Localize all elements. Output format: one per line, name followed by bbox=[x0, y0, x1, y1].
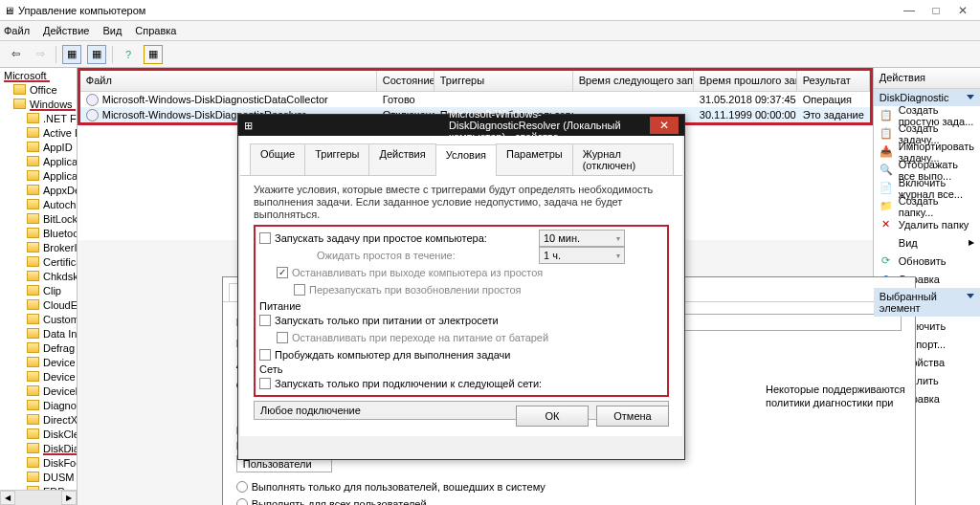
cb-power-stop[interactable] bbox=[277, 332, 288, 343]
folder-icon bbox=[13, 99, 26, 109]
actions-group-1[interactable]: DiskDiagnostic bbox=[874, 89, 980, 106]
dtab-actions[interactable]: Действия bbox=[368, 143, 435, 175]
maximize-button[interactable]: □ bbox=[923, 1, 949, 20]
folder-icon bbox=[27, 385, 39, 396]
dialog-titlebar[interactable]: ⊞Microsoft-Windows-DiskDiagnosticResolve… bbox=[238, 115, 684, 136]
tree-item[interactable]: Defrag bbox=[0, 340, 77, 355]
folder-icon bbox=[27, 342, 39, 353]
folder-icon bbox=[27, 400, 39, 410]
tree-item[interactable]: CertificateServicesClient bbox=[0, 254, 77, 269]
folder-icon bbox=[27, 113, 39, 123]
menu-action[interactable]: Действие bbox=[43, 25, 89, 36]
tree-item[interactable]: DUSM bbox=[0, 470, 77, 484]
tree-item[interactable]: DeviceDirectoryClient bbox=[0, 384, 77, 398]
cb-power-ac[interactable] bbox=[259, 315, 271, 326]
lbl-idle-stop: Останавливать при выходе компьютера из п… bbox=[292, 267, 543, 278]
dtab-journal[interactable]: Журнал (отключен) bbox=[572, 143, 674, 175]
folder-icon bbox=[27, 142, 39, 152]
tree-root[interactable]: Microsoft bbox=[0, 68, 77, 82]
action-refresh[interactable]: ⟳Обновить bbox=[874, 252, 980, 270]
navigation-tree[interactable]: Microsoft OfficeWindows.NET FrameworkAct… bbox=[0, 68, 78, 505]
folder-icon bbox=[27, 314, 39, 324]
select-idle-time[interactable]: 10 мин.▾ bbox=[539, 230, 625, 247]
cb-net-only[interactable] bbox=[259, 378, 271, 389]
tree-item[interactable]: DirectX bbox=[0, 412, 77, 427]
right-note: Некоторые поддерживаютсяполитики диагнос… bbox=[766, 383, 905, 409]
actions-header: Действия bbox=[874, 68, 980, 89]
tree-item[interactable]: Application Experience bbox=[0, 154, 77, 168]
tb-icon-3[interactable]: ▦ bbox=[144, 45, 163, 64]
folder-icon bbox=[27, 156, 39, 166]
tree-item[interactable]: Bluetooth bbox=[0, 226, 77, 240]
tree-item[interactable]: Device Information bbox=[0, 355, 77, 369]
col-last[interactable]: Время прошлого запуска bbox=[694, 71, 797, 91]
lbl-idle-wait: Ожидать простоя в течение: bbox=[317, 250, 456, 261]
action-create-folder[interactable]: 📁Создать папку... bbox=[874, 197, 980, 215]
action-view[interactable]: Вид▶ bbox=[874, 233, 980, 252]
lbl-net-only: Запускать только при подключении к следу… bbox=[275, 378, 542, 389]
tree-item[interactable]: Device Setup bbox=[0, 369, 77, 384]
cb-idle-stop[interactable] bbox=[277, 267, 288, 278]
minimize-button[interactable]: — bbox=[896, 1, 923, 20]
scroll-left-icon[interactable]: ◀ bbox=[0, 491, 15, 505]
cb-idle-start[interactable] bbox=[259, 232, 271, 244]
menu-file[interactable]: Файл bbox=[4, 25, 30, 36]
col-file[interactable]: Файл bbox=[80, 71, 377, 91]
tree-item[interactable]: Autochk bbox=[0, 197, 77, 211]
tree-item[interactable]: DiskFootprint bbox=[0, 455, 77, 470]
help-icon[interactable]: ? bbox=[119, 45, 138, 64]
close-button[interactable]: ✕ bbox=[949, 1, 976, 20]
forward-button[interactable]: ⇨ bbox=[31, 45, 50, 64]
tree-item[interactable]: Active Directory Rights bbox=[0, 125, 77, 140]
action-delete-folder[interactable]: ✕Удалить папку bbox=[874, 215, 980, 233]
radio-1[interactable] bbox=[236, 481, 248, 493]
dialog-close-button[interactable]: ✕ bbox=[650, 117, 679, 134]
dtab-conditions[interactable]: Условия bbox=[435, 144, 497, 176]
task-row[interactable]: Microsoft-Windows-DiskDiagnosticDataColl… bbox=[80, 92, 870, 107]
col-next[interactable]: Время следующего запуска bbox=[573, 71, 694, 91]
folder-icon bbox=[27, 242, 39, 252]
tree-item[interactable]: CloudExperienceHost bbox=[0, 297, 77, 312]
back-button[interactable]: ⇦ bbox=[6, 45, 25, 64]
tree-item[interactable]: .NET Framework bbox=[0, 111, 77, 125]
cb-idle-restart[interactable] bbox=[294, 284, 305, 296]
folder-icon bbox=[27, 357, 39, 367]
col-state[interactable]: Состояние bbox=[377, 71, 434, 91]
radio-2[interactable] bbox=[236, 498, 248, 505]
tree-item[interactable]: AppID bbox=[0, 140, 77, 154]
tree-item[interactable]: Data Integrity Scan bbox=[0, 326, 77, 340]
tree-item[interactable]: Customer Experience Improvement bbox=[0, 312, 77, 326]
select-idle-wait[interactable]: 1 ч.▾ bbox=[539, 247, 625, 264]
menu-help[interactable]: Справка bbox=[135, 25, 176, 36]
dtab-general[interactable]: Общие bbox=[250, 143, 305, 175]
folder-icon bbox=[27, 185, 39, 195]
cancel-button[interactable]: Отмена bbox=[596, 406, 669, 427]
tree-item[interactable]: Diagnosis bbox=[0, 398, 77, 412]
tree-item[interactable]: AppxDeploymentClient bbox=[0, 183, 77, 197]
tree-item[interactable]: Windows bbox=[0, 97, 77, 111]
tree-item[interactable]: DiskDiagnostic bbox=[0, 441, 77, 455]
dtab-triggers[interactable]: Триггеры bbox=[304, 143, 369, 175]
dtab-params[interactable]: Параметры bbox=[496, 143, 573, 175]
tree-item[interactable]: BrokerInfrastructure bbox=[0, 240, 77, 254]
actions-group-2[interactable]: Выбранный элемент bbox=[874, 288, 980, 317]
lbl-power-stop: Останавливать при переходе на питание от… bbox=[292, 332, 548, 343]
tree-item[interactable]: Clip bbox=[0, 283, 77, 297]
col-result[interactable]: Результат bbox=[797, 71, 870, 91]
folder-icon bbox=[27, 170, 39, 181]
tree-scrollbar[interactable]: ◀▶ bbox=[0, 490, 77, 505]
tree-item[interactable]: DiskCleanup bbox=[0, 427, 77, 441]
folder-icon bbox=[27, 457, 39, 468]
cb-power-wake[interactable] bbox=[259, 349, 271, 361]
tree-item[interactable]: ApplicationData bbox=[0, 168, 77, 183]
menu-view[interactable]: Вид bbox=[102, 25, 122, 36]
tb-icon-2[interactable]: ▦ bbox=[87, 45, 106, 64]
col-trigger[interactable]: Триггеры bbox=[434, 71, 573, 91]
scroll-right-icon[interactable]: ▶ bbox=[61, 491, 77, 505]
tb-icon-1[interactable]: ▦ bbox=[62, 45, 81, 64]
tree-item[interactable]: BitLocker bbox=[0, 211, 77, 226]
folder-icon bbox=[13, 84, 26, 95]
ok-button[interactable]: ОК bbox=[516, 406, 589, 427]
tree-item[interactable]: Office bbox=[0, 82, 77, 97]
tree-item[interactable]: Chkdsk bbox=[0, 269, 77, 283]
